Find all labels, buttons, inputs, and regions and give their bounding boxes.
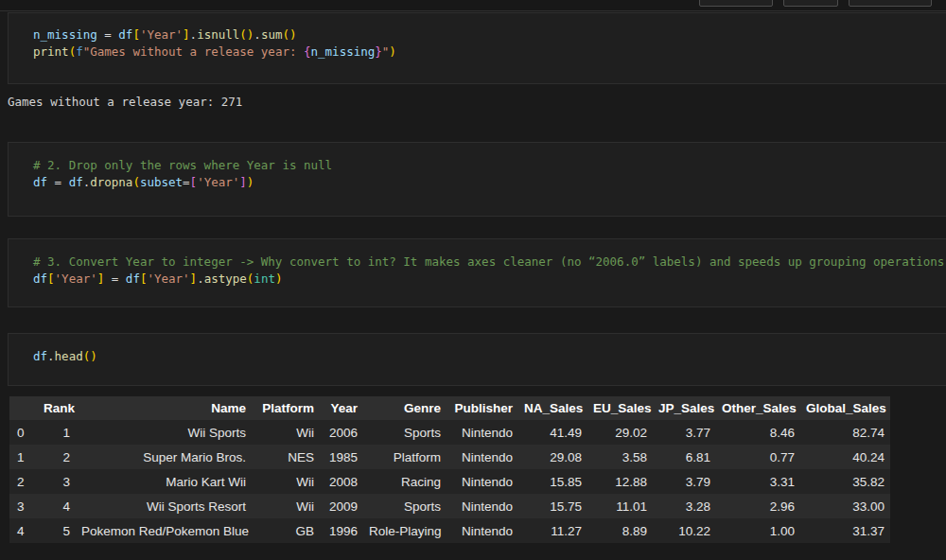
table-cell: Sports <box>363 420 447 445</box>
table-cell: Wii <box>252 494 320 518</box>
code-cell-astype[interactable]: # 3. Convert Year to integer -> Why conv… <box>8 238 946 307</box>
column-header: Genre <box>363 396 447 420</box>
table-cell: 40.24 <box>800 445 890 469</box>
table-cell: 1985 <box>320 445 363 469</box>
code-editor[interactable]: n_missing = df['Year'].isnull().sum()pri… <box>33 26 946 61</box>
table-row: 45Pokemon Red/Pokemon BlueGB1996Role-Pla… <box>9 518 890 543</box>
table-cell: 1 <box>38 420 76 445</box>
table-cell: 3.31 <box>716 469 800 494</box>
table-cell: 3.58 <box>587 445 653 469</box>
table-cell: Role-Playing <box>363 518 447 543</box>
table-cell: Wii Sports Resort <box>76 494 252 518</box>
column-header <box>9 396 38 420</box>
code-line: print(f"Games without a release year: {n… <box>33 44 946 61</box>
table-cell: 2009 <box>320 494 363 518</box>
table-cell: GB <box>252 518 320 543</box>
table-cell: 2 <box>38 445 76 469</box>
code-line: # 2. Drop only the rows where Year is nu… <box>33 157 946 174</box>
column-header: Platform <box>252 396 320 420</box>
table-cell: 6.81 <box>653 445 716 469</box>
code-editor[interactable]: # 2. Drop only the rows where Year is nu… <box>33 157 946 191</box>
table-cell: Mario Kart Wii <box>76 469 252 494</box>
table-cell: 8.89 <box>587 518 653 543</box>
table-cell: 3.77 <box>653 420 716 445</box>
table-cell: 35.82 <box>800 469 890 494</box>
table-cell: 1.00 <box>716 518 800 543</box>
dataframe-table: RankNamePlatformYearGenrePublisherNA_Sal… <box>9 396 890 543</box>
row-index: 1 <box>9 445 38 469</box>
table-cell: Nintendo <box>447 518 518 543</box>
code-cell-head[interactable]: df.head() <box>8 333 946 386</box>
cell-output-text: Games without a release year: 271 <box>8 94 946 111</box>
toolbar-button[interactable] <box>783 0 838 7</box>
notebook-toolbar-strip <box>0 0 946 11</box>
column-header: Rank <box>38 396 76 420</box>
code-editor[interactable]: # 3. Convert Year to integer -> Why conv… <box>33 254 946 288</box>
code-line: df['Year'] = df['Year'].astype(int) <box>33 271 946 288</box>
column-header: JP_Sales <box>653 396 716 420</box>
table-cell: Nintendo <box>447 494 518 518</box>
table-cell: 8.46 <box>716 420 800 445</box>
table-cell: 10.22 <box>653 518 716 543</box>
row-index: 3 <box>9 494 38 518</box>
table-cell: 12.88 <box>587 469 653 494</box>
table-header: RankNamePlatformYearGenrePublisherNA_Sal… <box>9 396 890 420</box>
table-body: 01Wii SportsWii2006SportsNintendo41.4929… <box>9 420 890 543</box>
table-cell: 2006 <box>320 420 363 445</box>
table-cell: 11.01 <box>587 494 653 518</box>
table-cell: Nintendo <box>447 469 518 494</box>
table-cell: 5 <box>38 518 76 543</box>
column-header: NA_Sales <box>518 396 587 420</box>
code-cell-missing-count[interactable]: n_missing = df['Year'].isnull().sum()pri… <box>8 12 946 84</box>
table-cell: Wii Sports <box>76 420 252 445</box>
table-row: 23Mario Kart WiiWii2008RacingNintendo15.… <box>9 469 890 494</box>
column-header: Name <box>76 396 252 420</box>
table-cell: Pokemon Red/Pokemon Blue <box>76 518 252 543</box>
table-header-row: RankNamePlatformYearGenrePublisherNA_Sal… <box>9 396 890 420</box>
table-cell: Wii <box>252 420 320 445</box>
table-cell: 3.28 <box>653 494 716 518</box>
table-cell: 2008 <box>320 469 363 494</box>
table-cell: Wii <box>252 469 320 494</box>
code-line: df.head() <box>33 348 946 365</box>
table-cell: 15.85 <box>518 469 587 494</box>
table-cell: 31.37 <box>800 518 890 543</box>
code-line: df = df.dropna(subset=['Year']) <box>33 174 946 191</box>
column-header: EU_Sales <box>587 396 653 420</box>
row-index: 2 <box>9 469 38 494</box>
table-cell: 29.08 <box>518 445 587 469</box>
table-cell: 15.75 <box>518 494 587 518</box>
table-row: 01Wii SportsWii2006SportsNintendo41.4929… <box>9 420 890 445</box>
table-cell: 82.74 <box>800 420 890 445</box>
code-line: # 3. Convert Year to integer -> Why conv… <box>33 254 946 271</box>
code-editor[interactable]: df.head() <box>33 348 946 365</box>
table-cell: 29.02 <box>587 420 653 445</box>
table-cell: 11.27 <box>518 518 587 543</box>
toolbar-button[interactable] <box>699 0 773 7</box>
column-header: Year <box>320 396 363 420</box>
table-cell: Super Mario Bros. <box>76 445 252 469</box>
table-cell: 0.77 <box>716 445 800 469</box>
row-index: 4 <box>9 518 38 543</box>
table-cell: 33.00 <box>800 494 890 518</box>
column-header: Other_Sales <box>716 396 800 420</box>
table-cell: 41.49 <box>518 420 587 445</box>
table-cell: 1996 <box>320 518 363 543</box>
table-cell: Platform <box>363 445 447 469</box>
table-cell: 2.96 <box>716 494 800 518</box>
table-cell: 3 <box>38 469 76 494</box>
table-cell: Nintendo <box>447 445 518 469</box>
table-cell: Nintendo <box>447 420 518 445</box>
table-cell: NES <box>252 445 320 469</box>
table-cell: Sports <box>363 494 447 518</box>
table-cell: 3.79 <box>653 469 716 494</box>
column-header: Global_Sales <box>800 396 890 420</box>
code-line: n_missing = df['Year'].isnull().sum() <box>33 26 946 44</box>
toolbar-button[interactable] <box>849 0 932 7</box>
table-cell: Racing <box>363 469 447 494</box>
code-cell-dropna[interactable]: # 2. Drop only the rows where Year is nu… <box>8 142 946 217</box>
row-index: 0 <box>9 420 38 445</box>
table-row: 34Wii Sports ResortWii2009SportsNintendo… <box>9 494 890 518</box>
dataframe-output: RankNamePlatformYearGenrePublisherNA_Sal… <box>9 396 946 543</box>
column-header: Publisher <box>447 396 518 420</box>
